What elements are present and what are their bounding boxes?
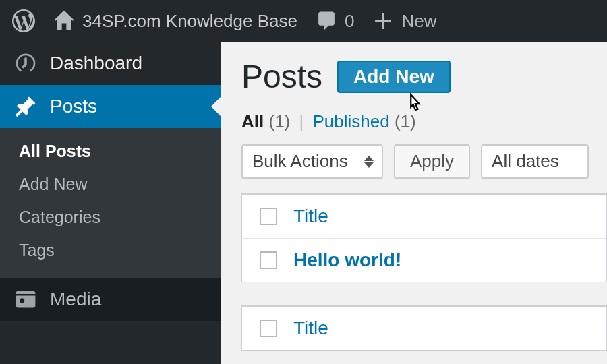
content-area: Posts Add New All (1) | Published (1) Bu…	[221, 42, 607, 364]
submenu-tags[interactable]: Tags	[0, 234, 221, 267]
comment-icon	[315, 9, 338, 32]
select-arrows-icon	[364, 156, 375, 168]
wp-logo-menu[interactable]	[7, 0, 40, 42]
new-label: New	[401, 11, 436, 32]
site-link[interactable]: 34SP.com Knowledge Base	[47, 0, 303, 42]
page-title: Posts	[241, 58, 322, 95]
menu-dashboard-label: Dashboard	[50, 53, 142, 74]
new-content-link[interactable]: New	[366, 0, 442, 42]
bulk-actions-label: Bulk Actions	[252, 151, 348, 171]
bulk-actions-select[interactable]: Bulk Actions	[241, 144, 383, 179]
admin-bar: 34SP.com Knowledge Base 0 New	[0, 0, 607, 42]
filter-all-link[interactable]: All	[241, 111, 264, 131]
submenu-all-posts[interactable]: All Posts	[0, 135, 221, 168]
filter-published-count: (1)	[395, 111, 416, 131]
menu-media[interactable]: Media	[0, 278, 221, 321]
admin-sidebar: Dashboard Posts All Posts Add New Catego…	[0, 42, 221, 364]
dashboard-icon	[13, 51, 38, 75]
separator: |	[299, 111, 304, 131]
comments-count: 0	[345, 11, 354, 32]
post-title-link[interactable]: Hello world!	[293, 249, 401, 271]
posts-table-footer: Title	[241, 305, 607, 351]
submenu-add-new[interactable]: Add New	[0, 168, 221, 201]
table-gap	[241, 282, 607, 305]
plus-icon	[372, 9, 395, 32]
bulk-filter-row: Bulk Actions Apply All dates	[241, 144, 607, 179]
table-row: Hello world!	[242, 239, 606, 282]
date-filter-select[interactable]: All dates	[481, 144, 589, 179]
select-all-checkbox[interactable]	[260, 208, 277, 225]
date-filter-label: All dates	[492, 151, 559, 171]
media-icon	[13, 287, 38, 311]
comments-link[interactable]: 0	[310, 0, 359, 42]
table-footer-row: Title	[242, 307, 606, 350]
filter-published-link[interactable]: Published	[312, 111, 389, 131]
menu-posts[interactable]: Posts	[0, 85, 221, 128]
menu-posts-label: Posts	[50, 96, 97, 117]
row-checkbox[interactable]	[260, 251, 277, 269]
site-title: 34SP.com Knowledge Base	[82, 11, 297, 32]
column-header-title[interactable]: Title	[293, 206, 328, 227]
filter-all-count: (1)	[268, 111, 290, 131]
submenu-posts: All Posts Add New Categories Tags	[0, 128, 221, 278]
status-filter-links: All (1) | Published (1)	[241, 111, 607, 132]
menu-dashboard[interactable]: Dashboard	[0, 42, 221, 85]
wordpress-logo-icon	[12, 9, 35, 32]
apply-button[interactable]: Apply	[394, 144, 470, 179]
pin-icon	[13, 94, 38, 119]
menu-media-label: Media	[50, 289, 101, 310]
submenu-categories[interactable]: Categories	[0, 201, 221, 234]
column-footer-title[interactable]: Title	[293, 317, 328, 339]
select-all-checkbox-footer[interactable]	[260, 320, 277, 337]
table-header-row: Title	[242, 195, 606, 239]
add-new-button[interactable]: Add New	[337, 61, 451, 93]
home-icon	[53, 9, 76, 32]
posts-table: Title Hello world!	[241, 193, 607, 282]
page-header: Posts Add New	[241, 58, 607, 95]
